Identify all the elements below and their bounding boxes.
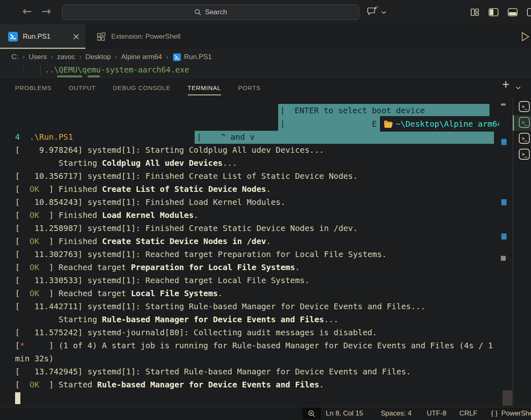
terminal-icon: >_ — [519, 133, 530, 144]
terminal-rail-item[interactable]: >_ — [519, 149, 530, 160]
status-language-label: PowerShell — [501, 407, 531, 420]
tab-title: Extension: PowerShell — [111, 33, 180, 41]
terminal-line: [ 11.330533] systemd[1]: Reached target … — [15, 274, 493, 287]
terminal-line: [ 13.742945] systemd[1]: Started Rule-ba… — [15, 365, 493, 378]
editor-code-line: ..\QEMU\qemu-system-aarch64.exe — [45, 65, 189, 75]
status-cursor-position[interactable]: Ln 8, Col 15 — [326, 407, 363, 420]
chevron-right-icon: › — [115, 53, 117, 61]
panel-tab-ports[interactable]: PORTS — [238, 84, 261, 91]
chevron-right-icon: › — [166, 53, 168, 61]
terminal-line: [ OK ] Finished Create List of Static De… — [15, 183, 493, 196]
terminal-line: min 32s) — [15, 352, 493, 365]
terminal-line: [ 9.978264] systemd[1]: Starting Coldplu… — [15, 144, 493, 157]
terminal-rail-active-indicator — [513, 115, 514, 131]
panel-tab-problems[interactable]: PROBLEMS — [15, 84, 52, 91]
terminal-line: [ 11.302763] systemd[1]: Reached target … — [15, 248, 493, 261]
chevron-down-icon — [381, 11, 386, 16]
powershell-icon — [8, 32, 18, 42]
breadcrumb-item[interactable]: C: — [11, 53, 18, 61]
chevron-right-icon: › — [22, 53, 24, 61]
panel-tab-bar: PROBLEMSOUTPUTDEBUG CONSOLETERMINALPORTS — [15, 77, 261, 98]
breadcrumb-item[interactable]: zavoc — [57, 53, 75, 61]
chat-sparkle-icon — [367, 6, 378, 16]
terminal-icon: >_ — [519, 101, 530, 112]
breadcrumb-item[interactable]: Desktop — [86, 53, 111, 61]
editor-tab-bar: Run.PS1 Extension: PowerShell — [0, 24, 531, 49]
breadcrumb: C:›Users›zavoc›Desktop›Alpine arm64›Run.… — [0, 49, 531, 65]
terminal-rail-item[interactable]: >_ — [519, 117, 530, 128]
overview-ruler-mark — [501, 199, 507, 205]
overview-ruler-mark — [501, 103, 506, 106]
terminal-rail-item[interactable]: >_ — [519, 101, 530, 112]
status-encoding[interactable]: UTF-8 — [427, 407, 446, 420]
terminal-rail-divider — [513, 98, 513, 407]
tab-run-ps1[interactable]: Run.PS1 — [0, 24, 86, 49]
terminal-cursor — [15, 392, 20, 404]
cwd-tooltip: ~\Desktop\Alpine arm64 — [380, 116, 499, 132]
terminal-output: 4 .\Run.PS1[ 9.978264] systemd[1]: Start… — [15, 131, 493, 391]
terminal-line: [ OK ] Finished Load Kernel Modules. — [15, 209, 493, 222]
cwd-path: ~\Desktop\Alpine arm64 — [396, 119, 499, 129]
toggle-primary-sidebar-icon[interactable] — [489, 8, 498, 17]
breadcrumb-item[interactable]: Alpine arm64 — [121, 53, 162, 61]
gutter-guide — [23, 65, 24, 73]
toggle-panel-icon[interactable] — [508, 8, 518, 17]
search-label: Search — [205, 8, 227, 16]
terminal-line: [ 11.258987] systemd[1]: Finished Create… — [15, 222, 493, 235]
terminal-line: [ 11.575242] systemd-journald[80]: Colle… — [15, 326, 493, 339]
chevron-right-icon: › — [79, 53, 81, 61]
extensions-icon — [97, 32, 106, 42]
command-center-search[interactable]: Search — [62, 4, 359, 20]
tab-extension-powershell[interactable]: Extension: PowerShell — [86, 24, 204, 49]
terminal-line: [ 11.442711] systemd[1]: Starting Rule-b… — [15, 300, 493, 313]
terminal-icon: >_ — [519, 117, 530, 128]
toggle-secondary-sidebar-icon[interactable] — [527, 8, 531, 17]
status-zoom-button[interactable] — [302, 407, 321, 420]
forward-arrow-icon[interactable]: → — [42, 5, 51, 18]
status-language[interactable]: { } PowerShell — [491, 407, 531, 420]
terminal-line: [ OK ] Started Rule-based Manager for De… — [15, 378, 493, 391]
status-eol[interactable]: CRLF — [459, 407, 477, 420]
chevron-right-icon: › — [51, 53, 53, 61]
boot-menu-line-1: | ENTER to select boot device | — [278, 104, 489, 117]
panel-tab-debug-console[interactable]: DEBUG CONSOLE — [113, 84, 170, 91]
breadcrumb-item[interactable]: Run.PS1 — [184, 53, 212, 61]
overview-ruler-mark — [501, 139, 507, 145]
status-indentation[interactable]: Spaces: 4 — [381, 407, 412, 420]
window-layout-controls — [470, 8, 531, 17]
vscode-window: ← → Search — [0, 0, 531, 420]
back-arrow-icon[interactable]: ← — [22, 5, 32, 18]
search-icon — [194, 9, 202, 16]
terminal-dropdown-button[interactable] — [516, 84, 521, 91]
overview-ruler-mark — [501, 233, 507, 240]
indent-guide — [40, 65, 41, 77]
terminal-line: [ OK ] Finished Create Static Device Nod… — [15, 235, 493, 248]
run-file-button[interactable] — [520, 31, 530, 44]
terminal-line: [ OK ] Reached target Preparation for Lo… — [15, 261, 493, 274]
terminal-line: [ OK ] Reached target Local File Systems… — [15, 287, 493, 300]
terminal[interactable]: | ENTER to select boot device | | E | ^ … — [0, 98, 531, 407]
editor-clipped: ..\QEMU\qemu-system-aarch64.exe — [0, 65, 531, 78]
copilot-chat-button[interactable] — [367, 6, 386, 16]
terminal-icon: >_ — [519, 149, 530, 160]
boot-menu-line-3: | ^ and v — [195, 131, 494, 144]
panel-tab-output[interactable]: OUTPUT — [69, 84, 96, 91]
close-icon[interactable] — [73, 34, 79, 40]
terminal-line: [ 10.854243] systemd[1]: Finished Load K… — [15, 196, 493, 209]
breadcrumb-item[interactable]: Users — [29, 53, 46, 61]
folder-icon — [384, 120, 393, 128]
titlebar: ← → Search — [0, 0, 531, 24]
braces-icon: { } — [491, 407, 498, 420]
terminal-rail-item[interactable]: >_ — [519, 133, 530, 144]
customize-layout-icon[interactable] — [470, 8, 479, 17]
terminal-line: [* ] (1 of 4) A start job is running for… — [15, 339, 493, 352]
powershell-icon — [173, 53, 181, 61]
tab-title: Run.PS1 — [23, 33, 50, 41]
terminal-line: Starting Coldplug All udev Devices... — [15, 157, 493, 170]
overview-ruler-mark — [501, 256, 506, 261]
terminal-line: [ 10.356717] systemd[1]: Finished Create… — [15, 170, 493, 183]
statusbar: Ln 8, Col 15 Spaces: 4 UTF-8 CRLF { } Po… — [0, 407, 531, 420]
panel-tab-terminal[interactable]: TERMINAL — [188, 84, 221, 91]
new-terminal-button[interactable]: + — [502, 78, 509, 91]
terminal-scrollbar[interactable] — [502, 390, 512, 406]
